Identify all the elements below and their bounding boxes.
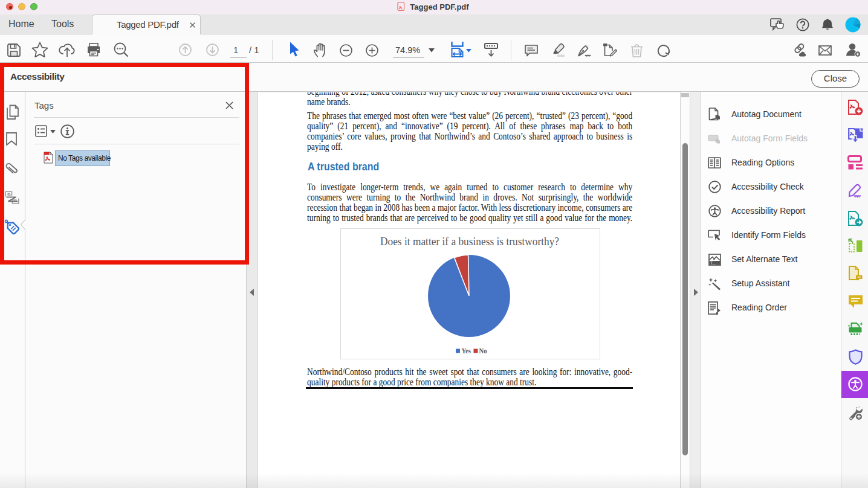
svg-text:Yes: Yes [462,347,471,355]
svg-text:Does it matter if a business i: Does it matter if a business is trustwor… [380,235,559,248]
svg-text:T...: T... [710,261,716,265]
svg-text:No: No [479,347,487,355]
